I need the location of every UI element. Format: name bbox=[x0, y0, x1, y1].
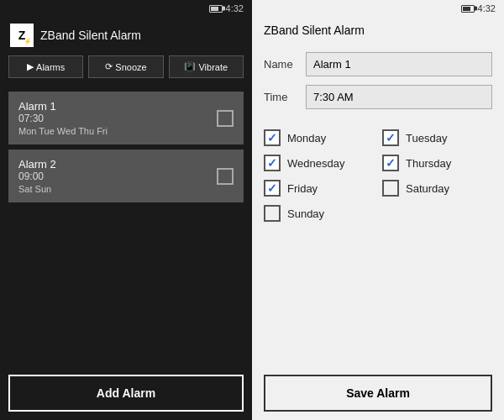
battery-icon bbox=[209, 5, 223, 13]
form-section: Name Time bbox=[252, 45, 504, 124]
day-item[interactable]: Thursday bbox=[382, 155, 492, 171]
alarm-item[interactable]: Alarm 1 07:30 Mon Tue Wed Thu Fri bbox=[8, 92, 244, 144]
day-item[interactable]: Tuesday bbox=[382, 129, 492, 146]
alarm-info: Alarm 2 09:00 Sat Sun bbox=[18, 158, 56, 194]
day-item[interactable]: Monday bbox=[264, 129, 374, 146]
add-alarm-button[interactable]: Add Alarm bbox=[8, 375, 244, 412]
day-checkbox[interactable] bbox=[382, 129, 399, 146]
left-status-bar: 4:32 bbox=[0, 0, 252, 17]
left-panel: 4:32 Z⚡ ZBand Silent Alarm ▶ Alarms ⟳ Sn… bbox=[0, 0, 252, 420]
alarm-checkbox[interactable] bbox=[217, 110, 234, 127]
day-item[interactable]: Friday bbox=[264, 180, 374, 197]
day-item[interactable]: Wednesday bbox=[264, 155, 374, 171]
save-alarm-button[interactable]: Save Alarm bbox=[264, 375, 492, 412]
vibrate-icon: 📳 bbox=[184, 61, 196, 72]
right-panel: 4:32 ZBand Silent Alarm Name Time Monday… bbox=[252, 0, 504, 420]
right-battery-icon bbox=[461, 5, 475, 13]
day-checkbox[interactable] bbox=[264, 180, 281, 197]
alarm-item[interactable]: Alarm 2 09:00 Sat Sun bbox=[8, 150, 244, 202]
right-status-time: 4:32 bbox=[478, 3, 496, 13]
day-label: Saturday bbox=[406, 182, 449, 195]
right-app-title: ZBand Silent Alarm bbox=[264, 24, 365, 37]
day-label: Monday bbox=[287, 132, 326, 144]
left-app-header: Z⚡ ZBand Silent Alarm bbox=[0, 17, 252, 55]
left-app-title: ZBand Silent Alarm bbox=[40, 29, 141, 42]
day-label: Tuesday bbox=[406, 132, 447, 144]
day-item[interactable]: Saturday bbox=[382, 180, 492, 197]
name-input[interactable] bbox=[306, 52, 492, 76]
name-row: Name bbox=[264, 52, 492, 76]
alarm-list: Alarm 1 07:30 Mon Tue Wed Thu Fri Alarm … bbox=[0, 87, 252, 366]
add-alarm-section: Add Alarm bbox=[0, 366, 252, 420]
day-checkbox[interactable] bbox=[382, 180, 399, 197]
day-label: Sunday bbox=[287, 207, 324, 220]
time-label: Time bbox=[264, 91, 297, 103]
day-checkbox[interactable] bbox=[382, 155, 399, 171]
day-label: Friday bbox=[287, 182, 318, 195]
save-section: Save Alarm bbox=[252, 366, 504, 420]
name-label: Name bbox=[264, 58, 297, 71]
alarms-button[interactable]: ▶ Alarms bbox=[8, 55, 83, 78]
alarm-info: Alarm 1 07:30 Mon Tue Wed Thu Fri bbox=[18, 100, 108, 136]
day-item[interactable]: Sunday bbox=[264, 205, 374, 222]
vibrate-button[interactable]: 📳 Vibrate bbox=[169, 55, 244, 78]
right-app-header: ZBand Silent Alarm bbox=[252, 17, 504, 45]
toolbar: ▶ Alarms ⟳ Snooze 📳 Vibrate bbox=[0, 55, 252, 87]
day-checkbox[interactable] bbox=[264, 155, 281, 171]
alarms-icon: ▶ bbox=[27, 61, 34, 72]
day-checkbox[interactable] bbox=[264, 129, 281, 146]
day-label: Thursday bbox=[406, 157, 451, 170]
left-status-time: 4:32 bbox=[226, 3, 244, 13]
time-input[interactable] bbox=[306, 85, 492, 109]
day-checkbox[interactable] bbox=[264, 205, 281, 222]
right-status-bar: 4:32 bbox=[252, 0, 504, 17]
alarm-checkbox[interactable] bbox=[217, 168, 234, 185]
snooze-icon: ⟳ bbox=[105, 61, 113, 72]
time-row: Time bbox=[264, 85, 492, 109]
snooze-button[interactable]: ⟳ Snooze bbox=[88, 55, 163, 78]
days-grid: MondayTuesdayWednesdayThursdayFridaySatu… bbox=[252, 124, 504, 227]
day-label: Wednesday bbox=[287, 157, 344, 170]
app-logo: Z⚡ bbox=[10, 24, 34, 47]
